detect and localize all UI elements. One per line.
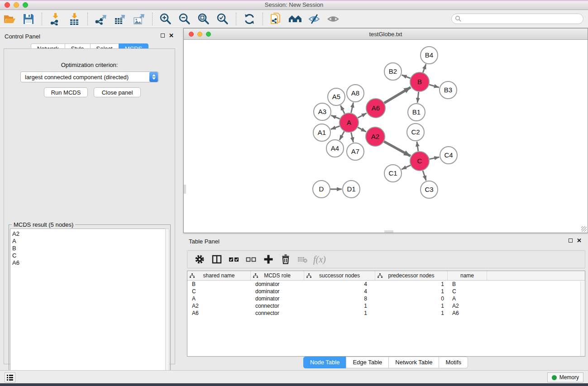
graph-node-C1[interactable]: C1 [384, 165, 402, 182]
graph-edge-A-A2[interactable] [358, 127, 366, 132]
select-all-icon[interactable] [227, 252, 241, 267]
mcds-result-item[interactable]: A6 [12, 259, 165, 267]
window-resize-grip[interactable] [581, 226, 587, 232]
export-image-icon[interactable] [131, 11, 147, 27]
graph-edge-A-A6[interactable] [358, 113, 366, 118]
cell-shared-name[interactable]: A [187, 295, 251, 302]
toggle-birds-eye-view-icon[interactable] [325, 11, 341, 27]
graph-node-C4[interactable]: C4 [440, 147, 457, 164]
graph-edge-A-A1[interactable] [331, 126, 340, 129]
network-window-titlebar[interactable]: testGlobe.txt [184, 29, 588, 40]
graph-edge-A-A4[interactable] [339, 131, 344, 140]
table-row-A[interactable]: Adominator80A [187, 295, 585, 302]
new-network-icon[interactable] [268, 11, 284, 27]
mcds-result-item[interactable]: C [12, 252, 165, 259]
export-network-icon[interactable] [93, 11, 109, 27]
search-field[interactable] [451, 14, 583, 24]
column-header-name[interactable]: name [448, 271, 487, 280]
cell-shared-name[interactable]: A6 [187, 310, 251, 316]
column-options-icon[interactable] [210, 252, 224, 267]
cell-shared-name[interactable]: A2 [187, 303, 251, 309]
cell-successor-nodes[interactable]: 1 [304, 303, 375, 309]
cell-successor-nodes[interactable]: 4 [304, 288, 375, 295]
save-session-icon[interactable] [21, 11, 36, 27]
criterion-dropdown[interactable]: largest connected component (directed) [20, 71, 159, 82]
graph-node-C3[interactable]: C3 [421, 181, 438, 198]
cell-successor-nodes[interactable]: 1 [304, 310, 375, 316]
graph-node-B3[interactable]: B3 [440, 81, 457, 99]
zoom-out-icon[interactable] [177, 11, 192, 27]
mcds-result-item[interactable]: B [12, 245, 165, 252]
function-builder-icon[interactable]: f(x) [313, 254, 326, 265]
column-header-shared-name[interactable]: shared name [187, 271, 251, 280]
deselect-all-icon[interactable] [244, 252, 258, 267]
network-graph[interactable]: B4B2BB3A8A5A6A3B1AC2A1A2A4A7C4CC1DD1C3 [184, 40, 588, 233]
graph-edge-C-C1[interactable] [402, 165, 411, 169]
graph-node-D1[interactable]: D1 [343, 181, 360, 198]
tab-network-table[interactable]: Network Table [388, 357, 439, 368]
graph-edge-A-A7[interactable] [351, 132, 354, 142]
import-table-icon[interactable] [67, 11, 82, 27]
refresh-icon[interactable] [242, 11, 257, 27]
cell-name[interactable]: C [448, 288, 487, 295]
table-row-A2[interactable]: A2connector11A2 [187, 302, 585, 310]
graph-node-C2[interactable]: C2 [407, 124, 424, 141]
graph-node-A2[interactable]: A2 [366, 127, 385, 146]
cell-MCDS-role[interactable]: dominator [251, 288, 304, 295]
graph-edge-A2-C[interactable] [384, 142, 411, 156]
table-settings-icon[interactable] [192, 252, 207, 267]
table-row-C[interactable]: Cdominator41C [187, 288, 585, 295]
cell-MCDS-role[interactable]: connector [251, 303, 304, 309]
cell-predecessor-nodes[interactable]: 1 [375, 281, 448, 287]
import-network-icon[interactable] [48, 11, 63, 27]
graph-node-A4[interactable]: A4 [326, 140, 344, 157]
add-column-icon[interactable] [261, 252, 276, 267]
zoom-selected-icon[interactable] [215, 11, 230, 27]
cell-name[interactable]: A [448, 295, 487, 302]
cell-name[interactable]: A2 [448, 303, 487, 309]
toggle-graphics-details-icon[interactable] [306, 11, 322, 27]
cell-MCDS-role[interactable]: connector [251, 310, 304, 316]
graph-node-D[interactable]: D [313, 181, 330, 198]
memory-button[interactable]: Memory [547, 372, 583, 382]
network-canvas[interactable]: B4B2BB3A8A5A6A3B1AC2A1A2A4A7C4CC1DD1C3 [184, 40, 588, 233]
tab-edge-table[interactable]: Edge Table [346, 357, 388, 368]
cell-predecessor-nodes[interactable]: 1 [375, 310, 448, 316]
table-row-A6[interactable]: A6connector11A6 [187, 310, 585, 317]
zoom-in-icon[interactable] [158, 11, 173, 27]
cell-shared-name[interactable]: B [187, 281, 251, 287]
mcds-result-item[interactable]: A [12, 238, 165, 245]
home-icon[interactable] [287, 11, 303, 27]
table-scrollbar[interactable] [580, 281, 584, 356]
delete-column-icon[interactable] [278, 252, 293, 267]
tab-node-table[interactable]: Node Table [303, 357, 346, 368]
graph-edge-A-A8[interactable] [351, 103, 354, 113]
graph-edge-A-A3[interactable] [331, 115, 339, 119]
graph-node-A6[interactable]: A6 [366, 99, 385, 118]
zoom-fit-icon[interactable] [196, 11, 211, 27]
graph-node-B[interactable]: B [410, 72, 429, 91]
graph-edge-C-C3[interactable] [423, 171, 426, 181]
graph-node-A7[interactable]: A7 [347, 143, 364, 160]
table-row-B[interactable]: Bdominator41B [187, 281, 585, 288]
graph-edge-C-C4[interactable] [430, 157, 440, 159]
float-table-panel-icon[interactable] [569, 238, 573, 243]
cell-successor-nodes[interactable]: 4 [304, 281, 375, 287]
graph-node-C[interactable]: C [410, 152, 429, 171]
open-session-icon[interactable] [2, 11, 17, 27]
cell-MCDS-role[interactable]: dominator [251, 295, 304, 302]
graph-node-A5[interactable]: A5 [328, 88, 345, 105]
float-panel-icon[interactable] [161, 33, 165, 38]
graph-node-B4[interactable]: B4 [421, 47, 438, 64]
close-table-panel-icon[interactable]: ✕ [577, 238, 582, 243]
column-header-MCDS-role[interactable]: MCDS role [251, 271, 304, 280]
close-panel-icon[interactable]: ✕ [169, 33, 174, 38]
cell-MCDS-role[interactable]: dominator [251, 281, 304, 287]
mcds-result-list[interactable]: A2ABCA6 [10, 229, 166, 378]
column-header-successor-nodes[interactable]: successor nodes [304, 271, 375, 280]
run-mcds-button[interactable]: Run MCDS [44, 87, 88, 97]
graph-edge-B-B4[interactable] [423, 64, 426, 72]
graph-edge-B-B2[interactable] [402, 75, 411, 78]
graph-edge-C-C2[interactable] [417, 142, 418, 151]
graph-node-A8[interactable]: A8 [347, 85, 364, 102]
